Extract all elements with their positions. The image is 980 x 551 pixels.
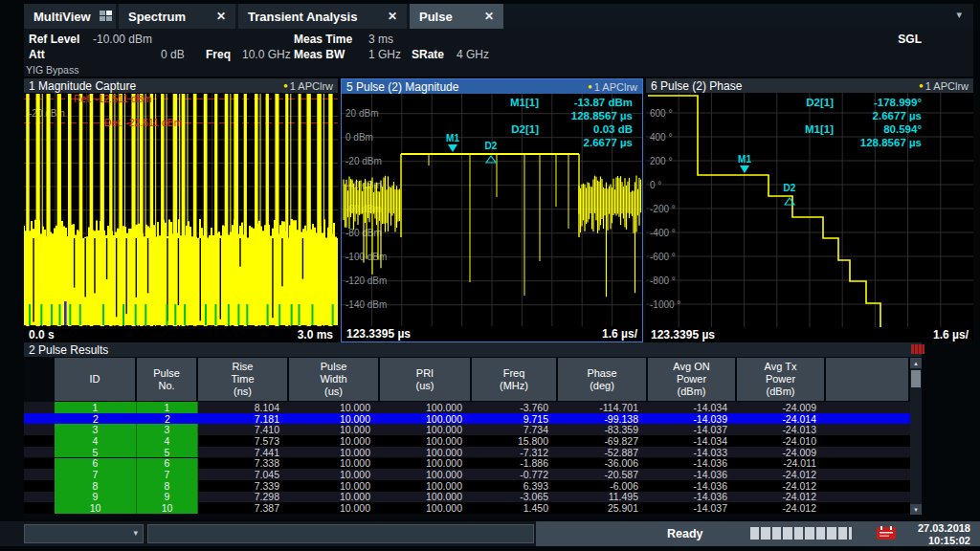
table-cell: 10.000: [289, 435, 380, 447]
x-axis-labels: 123.3395 µs 1.6 µs/: [342, 326, 642, 342]
tab-pulse[interactable]: Pulse ✕: [410, 4, 503, 29]
marker-name: [755, 109, 834, 122]
table-row[interactable]: 10107.38710.000100.0001.45025.901-14.037…: [24, 502, 910, 514]
close-icon[interactable]: ✕: [216, 10, 226, 23]
column-header: RiseTime(ns): [198, 358, 287, 401]
marker-value: 2.6677 µs: [545, 136, 633, 149]
marker-name: D2[1]: [755, 96, 834, 109]
table-cell: 7.410: [198, 424, 289, 435]
column-header: Avg ONPower(dBm): [648, 358, 735, 401]
ref-level-label: Ref Level: [29, 33, 79, 46]
table-cell: 3: [55, 424, 137, 435]
table-cell: 7.338: [198, 458, 289, 470]
table-cell: -99.138: [558, 413, 648, 425]
window-title: 5 Pulse (2) Magnitude: [346, 80, 458, 94]
close-icon[interactable]: ✕: [484, 10, 494, 23]
marker-name: [755, 136, 834, 149]
ref-level-value[interactable]: -10.00 dBm: [93, 33, 152, 46]
freq-value[interactable]: 10.0 GHz: [242, 48, 291, 61]
srate-value[interactable]: 4 GHz: [457, 48, 489, 61]
table-row[interactable]: 447.57310.000100.00015.800-69.827-14.034…: [24, 435, 910, 447]
table-cell: 10.000: [289, 492, 380, 503]
table-cell: 7.339: [198, 480, 289, 492]
status-input-field[interactable]: [147, 524, 534, 543]
close-icon[interactable]: ✕: [388, 10, 397, 23]
settings-bar: Ref Level -10.00 dBm Meas Time 3 ms SGL …: [24, 29, 973, 77]
svg-text:-120 dBm: -120 dBm: [345, 276, 387, 286]
table-cell: -14.036: [648, 492, 737, 503]
tab-label: Spectrum: [128, 10, 186, 24]
window-header[interactable]: 1 Magnitude Capture ● 1 APClrw: [24, 78, 338, 93]
tab-spectrum[interactable]: Spectrum ✕: [119, 4, 235, 29]
table-cell: 100.000: [380, 480, 472, 492]
window-header[interactable]: 5 Pulse (2) Magnitude ● 1 APClrw: [342, 79, 642, 94]
table-cell: 100.000: [380, 424, 472, 435]
table-row[interactable]: 227.18110.000100.0009.715-99.138-14.039-…: [24, 413, 910, 425]
trace-dot-icon: ●: [588, 83, 592, 91]
table-cell: 7.734: [472, 424, 558, 435]
window-header[interactable]: 6 Pulse (2) Phase ● 1 APClrw: [646, 78, 973, 93]
table-cell: 1.450: [472, 502, 558, 514]
svg-text:-1000 °: -1000 °: [650, 299, 680, 310]
trace-dot-icon: ●: [919, 82, 924, 90]
magnitude-capture-plot[interactable]: -20 dBmRef. -12.511 dBmDet. -22.511 dBm: [24, 93, 338, 327]
tab-multiview[interactable]: MultiView: [24, 4, 116, 29]
table-cell: -52.887: [558, 447, 648, 458]
x-axis-labels: 0.0 s 3.0 ms: [24, 327, 338, 342]
tab-transient-analysis[interactable]: Transient Analysis ✕: [238, 4, 407, 29]
status-dropdown[interactable]: ▾: [24, 524, 144, 543]
table-cell: 25.901: [558, 502, 648, 514]
marker-name: M1[1]: [472, 96, 539, 109]
table-cell: 10.000: [289, 502, 380, 514]
table-row[interactable]: 337.41010.000100.0007.734-83.359-14.037-…: [24, 424, 910, 435]
meas-time-label: Meas Time: [294, 33, 352, 46]
scroll-down-icon[interactable]: ▼: [910, 504, 922, 515]
table-row[interactable]: 997.29810.000100.000-3.06511.495-14.036-…: [24, 492, 910, 503]
table-row[interactable]: 887.33910.000100.0006.393-6.006-14.036-2…: [24, 480, 910, 492]
table-cell: 7.441: [198, 447, 289, 458]
chevron-down-icon[interactable]: ▾: [956, 9, 962, 21]
table-row[interactable]: 667.33810.000100.000-1.886-36.006-14.036…: [24, 458, 910, 470]
table-corner-icon[interactable]: [911, 344, 924, 354]
trace-badge[interactable]: ● 1 APClrw: [283, 80, 333, 92]
trace-badge[interactable]: ● 1 APClrw: [588, 81, 637, 93]
scrollbar-thumb[interactable]: [911, 370, 921, 387]
table-cell: 5: [55, 447, 137, 458]
marker-value: -13.87 dBm: [545, 96, 633, 109]
table-scrollbar[interactable]: ▲ ▼: [910, 358, 922, 515]
scroll-up-icon[interactable]: ▲: [910, 358, 922, 368]
table-row[interactable]: 118.10410.000100.000-3.760-114.701-14.03…: [24, 402, 910, 413]
marker-name: M1[1]: [755, 122, 834, 136]
svg-text:D2: D2: [784, 183, 796, 193]
svg-text:-800 °: -800 °: [650, 276, 676, 286]
marker-readout-phase: D2[1]-178.999°2.6677 µsM1[1]80.594°128.8…: [755, 96, 922, 149]
svg-text:20 dBm: 20 dBm: [345, 108, 378, 119]
table-cell: 9: [55, 492, 137, 503]
table-cell: -3.065: [472, 492, 558, 503]
marker-name: [472, 136, 539, 149]
trace-badge[interactable]: ● 1 APClrw: [919, 80, 969, 92]
table-header: IDPulseNo.RiseTime(ns)PulseWidth(us)PRI(…: [24, 358, 910, 402]
srate-label: SRate: [412, 48, 444, 61]
meas-time-value[interactable]: 3 ms: [368, 33, 393, 46]
meas-bw-value[interactable]: 1 GHz: [368, 48, 401, 61]
table-cell: 10.000: [289, 458, 380, 470]
tab-label: MultiView: [33, 10, 91, 24]
table-cell: -69.827: [558, 435, 648, 447]
table-cell: 100.000: [380, 413, 472, 425]
table-cell: -20.587: [558, 469, 648, 480]
date: 27.03.2018: [918, 522, 970, 535]
table-row[interactable]: 557.44110.000100.000-7.312-52.887-14.033…: [24, 447, 910, 458]
att-value[interactable]: 0 dB: [161, 48, 185, 61]
ready-status: Ready: [667, 527, 703, 540]
table-row[interactable]: 777.04510.000100.000-0.772-20.587-14.036…: [24, 469, 910, 480]
table-title: 2 Pulse Results: [24, 342, 922, 357]
table-cell: 7: [55, 469, 137, 480]
table-cell: -24.011: [737, 458, 826, 470]
svg-text:-600 °: -600 °: [650, 252, 676, 262]
table-cell: 6.393: [472, 480, 558, 492]
multiview-grid-icon: [100, 11, 112, 23]
pulse-results-table: 2 Pulse Results IDPulseNo.RiseTime(ns)Pu…: [24, 342, 922, 518]
analyzer-screen: MultiView Spectrum ✕ Transient Analysis …: [0, 0, 980, 551]
table-cell: -24.012: [737, 480, 826, 492]
